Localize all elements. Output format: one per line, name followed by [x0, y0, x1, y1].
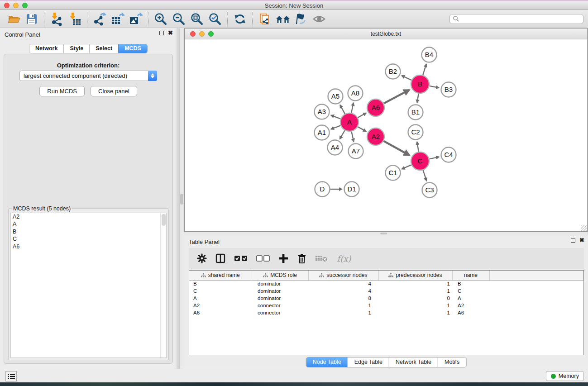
import-network-button[interactable]: [48, 11, 66, 27]
panel-divider-scrollbar[interactable]: [179, 28, 184, 369]
tab-select[interactable]: Select: [89, 44, 118, 53]
graph-node-A2[interactable]: A2: [367, 128, 384, 145]
graph-node-A1[interactable]: A1: [315, 125, 330, 140]
zoom-selected-button[interactable]: [206, 11, 224, 27]
column-header-MCDS-role[interactable]: MCDS role: [252, 271, 308, 280]
graph-edge-A6-B[interactable]: [384, 90, 409, 104]
tab-motifs[interactable]: Motifs: [438, 357, 466, 367]
result-list-item[interactable]: A6: [11, 243, 166, 250]
graph-edge-B-B4[interactable]: [423, 64, 426, 75]
zoom-out-button[interactable]: [170, 11, 188, 27]
minimize-window-button[interactable]: [13, 3, 19, 8]
zoom-fit-button[interactable]: [188, 11, 206, 27]
graph-node-D[interactable]: D: [315, 182, 330, 197]
graph-edge-A-A2[interactable]: [358, 127, 366, 131]
graph-node-B[interactable]: B: [411, 75, 429, 93]
zoom-in-button[interactable]: [152, 11, 170, 27]
table-row[interactable]: A2connector11A2: [189, 302, 583, 309]
table-row[interactable]: Adominator80A: [189, 295, 583, 302]
graph-node-A4[interactable]: A4: [328, 140, 343, 155]
home-view-button[interactable]: [274, 11, 292, 27]
graph-node-C3[interactable]: C3: [422, 183, 437, 198]
graph-node-C1[interactable]: C1: [386, 166, 401, 181]
graph-edge-A-A1[interactable]: [331, 125, 340, 129]
graph-edge-A-A5[interactable]: [340, 105, 345, 114]
close-panel-button[interactable]: Close panel: [91, 86, 137, 96]
tab-node-table[interactable]: Node Table: [306, 357, 348, 367]
graph-node-B4[interactable]: B4: [422, 48, 437, 62]
deselect-all-button[interactable]: [255, 253, 271, 264]
search-input[interactable]: [461, 16, 580, 22]
graph-edge-A-A3[interactable]: [331, 115, 340, 119]
graph-node-C4[interactable]: C4: [441, 148, 456, 162]
close-table-panel-icon[interactable]: ✖: [579, 238, 584, 243]
result-list-item[interactable]: A2: [11, 213, 166, 220]
tab-network-table[interactable]: Network Table: [389, 357, 438, 367]
column-header-successor-nodes[interactable]: successor nodes: [308, 271, 378, 280]
network-window-titlebar[interactable]: testGlobe.txt: [185, 29, 587, 39]
graph-node-A3[interactable]: A3: [315, 105, 330, 119]
result-list-item[interactable]: A: [11, 220, 166, 228]
graph-node-D1[interactable]: D1: [344, 182, 359, 197]
table-settings-button[interactable]: [196, 253, 208, 264]
graph-node-A8[interactable]: A8: [348, 86, 363, 101]
graph-edge-B-B1[interactable]: [417, 94, 418, 103]
graph-edge-B-B2[interactable]: [402, 76, 411, 80]
graph-edge-A-A6[interactable]: [358, 113, 366, 118]
graph-edge-C-C3[interactable]: [423, 170, 427, 181]
graph-node-A[interactable]: A: [340, 113, 359, 131]
result-list-item[interactable]: C: [11, 235, 166, 243]
export-table-button[interactable]: [109, 11, 127, 27]
graph-edge-B-B3[interactable]: [430, 86, 439, 88]
open-file-button[interactable]: [5, 11, 23, 27]
graph-edge-A2-C[interactable]: [384, 141, 410, 155]
graph-node-A7[interactable]: A7: [349, 144, 363, 159]
delete-column-button[interactable]: [296, 253, 308, 264]
tab-edge-table[interactable]: Edge Table: [348, 357, 389, 367]
table-row[interactable]: Cdominator41C: [189, 287, 583, 295]
result-list-item[interactable]: B: [11, 228, 166, 235]
run-mcds-button[interactable]: Run MCDS: [39, 86, 85, 96]
zoom-window-button[interactable]: [22, 3, 28, 8]
graph-node-C2[interactable]: C2: [408, 125, 423, 140]
close-window-button[interactable]: [4, 3, 10, 8]
mcds-result-list[interactable]: A2ABCA6: [10, 213, 167, 358]
result-list-scrollbar[interactable]: [160, 213, 166, 357]
show-eye-button[interactable]: [310, 11, 328, 27]
float-panel-button[interactable]: [159, 31, 164, 35]
network-minimize-button[interactable]: [199, 31, 205, 37]
network-zoom-button[interactable]: [208, 31, 214, 37]
graph-edge-C-C2[interactable]: [417, 142, 418, 152]
export-image-button[interactable]: [127, 11, 145, 27]
tab-network[interactable]: Network: [29, 44, 63, 53]
graph-edge-C-C1[interactable]: [402, 165, 411, 169]
horizontal-scrollbar[interactable]: [184, 232, 588, 235]
tab-mcds[interactable]: MCDS: [118, 44, 147, 53]
network-close-button[interactable]: [190, 31, 196, 37]
graph-edge-A-A4[interactable]: [340, 130, 345, 139]
save-session-button[interactable]: [23, 11, 41, 27]
add-column-button[interactable]: [277, 253, 289, 264]
split-columns-button[interactable]: [215, 253, 226, 264]
graph-node-B1[interactable]: B1: [408, 105, 423, 120]
import-table-button[interactable]: [66, 11, 84, 27]
graph-node-A5[interactable]: A5: [328, 89, 343, 104]
export-network-button[interactable]: [91, 11, 109, 27]
delete-table-button[interactable]: [315, 253, 328, 264]
tab-style[interactable]: Style: [63, 44, 89, 53]
float-table-panel-button[interactable]: [571, 238, 575, 243]
network-canvas[interactable]: B4B2BB3A8A5A6A3B1AA1C2A2A4A7C4CC1C3DD1: [185, 40, 587, 231]
function-builder-button[interactable]: f(x): [335, 253, 353, 264]
criterion-dropdown[interactable]: largest connected component (directed): [19, 71, 157, 81]
column-header-predecessor-nodes[interactable]: predecessor nodes: [378, 271, 452, 280]
column-header-name[interactable]: name: [452, 271, 489, 280]
resize-grip-icon[interactable]: [581, 225, 587, 231]
memory-button[interactable]: Memory: [546, 371, 584, 381]
refresh-button[interactable]: [231, 11, 249, 27]
graph-node-A6[interactable]: A6: [367, 99, 384, 116]
column-header-shared-name[interactable]: shared name: [189, 271, 252, 280]
graph-edge-A-A8[interactable]: [351, 103, 354, 113]
close-panel-icon[interactable]: ✖: [168, 31, 173, 35]
graph-node-B2[interactable]: B2: [386, 64, 401, 79]
graph-edge-A-A7[interactable]: [351, 132, 354, 142]
